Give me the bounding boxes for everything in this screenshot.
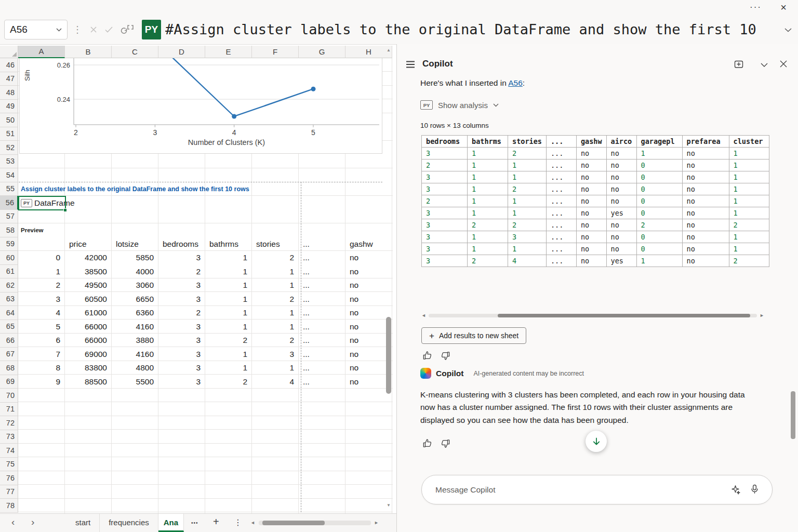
- row-header-54[interactable]: 54: [0, 168, 18, 182]
- prompt-guide-icon[interactable]: [730, 485, 740, 495]
- column-header-F[interactable]: F: [252, 46, 299, 58]
- thumbs-up-icon[interactable]: [422, 438, 432, 448]
- row-header-65[interactable]: 65: [0, 320, 18, 334]
- row-header-49[interactable]: 49: [0, 100, 18, 114]
- microphone-icon[interactable]: [750, 484, 760, 494]
- scroll-to-bottom-button[interactable]: [586, 431, 607, 452]
- row-header-63[interactable]: 63: [0, 292, 18, 307]
- preview-row: 1385004000211...no: [18, 265, 392, 279]
- column-header-B[interactable]: B: [65, 46, 112, 58]
- menu-icon[interactable]: [406, 61, 415, 68]
- preview-cell: ...: [299, 320, 345, 334]
- row-header-48[interactable]: 48: [0, 86, 18, 100]
- vscrollbar-thumb[interactable]: [386, 317, 391, 394]
- close-panel-icon[interactable]: [780, 60, 787, 68]
- preview-cell: 3: [158, 320, 205, 334]
- fill-handle[interactable]: [63, 208, 67, 212]
- sheet-tab-frequencies[interactable]: frequencies: [100, 514, 158, 532]
- preview-cell: 1: [205, 292, 252, 307]
- row-header-73[interactable]: 73: [0, 430, 18, 444]
- formula-input[interactable]: #Assign cluster labels to the original D…: [165, 20, 777, 39]
- name-box[interactable]: A56: [4, 20, 68, 39]
- row-header-55[interactable]: 55: [0, 182, 18, 196]
- row-header-59[interactable]: 59: [0, 237, 18, 251]
- row-header-53[interactable]: 53: [0, 155, 18, 169]
- row-header-75[interactable]: 75: [0, 458, 18, 472]
- row-header-52[interactable]: 52: [0, 141, 18, 155]
- row-header-60[interactable]: 60: [0, 251, 18, 265]
- row-header-46[interactable]: 46: [0, 58, 18, 72]
- new-chat-icon[interactable]: [734, 60, 744, 70]
- row-header-57[interactable]: 57: [0, 210, 18, 224]
- copilot-input[interactable]: [421, 475, 773, 504]
- row-header-61[interactable]: 61: [0, 265, 18, 279]
- show-analysis-toggle[interactable]: PY Show analysis: [420, 100, 499, 110]
- preview-cell: 5850: [112, 251, 158, 265]
- preview-cell: 6650: [112, 292, 158, 307]
- column-header-D[interactable]: D: [158, 46, 205, 58]
- sheet-options-icon[interactable]: ⋮: [234, 517, 242, 527]
- row-header-72[interactable]: 72: [0, 416, 18, 430]
- row-header-62[interactable]: 62: [0, 278, 18, 292]
- row-header-78[interactable]: 78: [0, 499, 18, 513]
- row-header-56[interactable]: 56: [0, 196, 18, 210]
- hscroll-left-icon[interactable]: ◄: [421, 313, 426, 318]
- hscrollbar-thumb[interactable]: [262, 521, 325, 525]
- row-header-58[interactable]: 58: [0, 223, 18, 237]
- python-editor-icon[interactable]: [121, 24, 135, 35]
- hscroll-right-icon[interactable]: ►: [374, 520, 379, 525]
- tab-overflow-icon[interactable]: •••: [191, 520, 198, 526]
- tabs-nav-left-icon[interactable]: ‹: [11, 516, 15, 528]
- column-header-A[interactable]: A: [18, 46, 65, 58]
- row-header-50[interactable]: 50: [0, 113, 18, 127]
- row-header-67[interactable]: 67: [0, 348, 18, 362]
- tabs-nav-right-icon[interactable]: ›: [31, 516, 34, 528]
- confirm-icon[interactable]: [105, 26, 113, 33]
- result-table-scrollbar[interactable]: ◄ ►: [421, 312, 764, 318]
- row-header-68[interactable]: 68: [0, 361, 18, 375]
- thumbs-up-icon[interactable]: [422, 351, 432, 361]
- column-header-E[interactable]: E: [205, 46, 252, 58]
- row-header-66[interactable]: 66: [0, 334, 18, 348]
- row-header-71[interactable]: 71: [0, 403, 18, 417]
- row-header-76[interactable]: 76: [0, 471, 18, 485]
- cancel-icon[interactable]: [90, 26, 97, 33]
- thumbs-down-icon[interactable]: [441, 438, 450, 448]
- row-header-47[interactable]: 47: [0, 72, 18, 86]
- thumbs-down-icon[interactable]: [441, 351, 450, 361]
- column-header-G[interactable]: G: [299, 46, 345, 58]
- panel-scrollbar-thumb[interactable]: [791, 391, 795, 439]
- add-results-button[interactable]: + Add results to new sheet: [421, 327, 526, 344]
- cell-link-a56[interactable]: A56: [508, 78, 523, 87]
- row-header-64[interactable]: 64: [0, 306, 18, 320]
- select-all-corner[interactable]: [0, 46, 18, 58]
- preview-cell: 4800: [112, 361, 158, 375]
- hscroll-right-icon[interactable]: ►: [760, 313, 764, 318]
- sheet-tab-start[interactable]: start: [66, 514, 100, 532]
- row-header-77[interactable]: 77: [0, 485, 18, 499]
- row-header-51[interactable]: 51: [0, 127, 18, 141]
- scroll-up-icon[interactable]: ▲: [384, 47, 393, 54]
- row-header-74[interactable]: 74: [0, 444, 18, 458]
- scrollbar-thumb[interactable]: [498, 314, 751, 317]
- grid-horizontal-scrollbar[interactable]: [259, 521, 371, 525]
- sheet-tab-Ana[interactable]: Ana: [158, 514, 184, 532]
- scroll-down-icon[interactable]: ▼: [384, 502, 393, 509]
- chevron-down-icon[interactable]: [56, 28, 62, 32]
- silhouette-chart[interactable]: 0.260.242345 Number of Clusters (K) Silh: [19, 58, 382, 154]
- python-chip: PY: [21, 199, 32, 207]
- window-close-icon[interactable]: ×: [780, 0, 787, 15]
- scrollbar-track[interactable]: [429, 314, 757, 317]
- preview-cell: 0: [18, 251, 65, 265]
- row-header-70[interactable]: 70: [0, 389, 18, 403]
- chevron-down-icon[interactable]: [761, 63, 768, 67]
- active-cell-a56[interactable]: PY DataFrame: [18, 196, 66, 210]
- result-row: 211...nono0no1: [422, 159, 769, 171]
- window-more-icon[interactable]: ···: [750, 0, 762, 15]
- add-sheet-icon[interactable]: +: [213, 516, 219, 528]
- row-header-69[interactable]: 69: [0, 375, 18, 389]
- expand-formula-bar-icon[interactable]: [784, 28, 792, 32]
- grid-vertical-scrollbar[interactable]: ▲ ▼: [384, 46, 393, 512]
- column-header-C[interactable]: C: [112, 46, 158, 58]
- hscroll-left-icon[interactable]: ◄: [250, 520, 255, 525]
